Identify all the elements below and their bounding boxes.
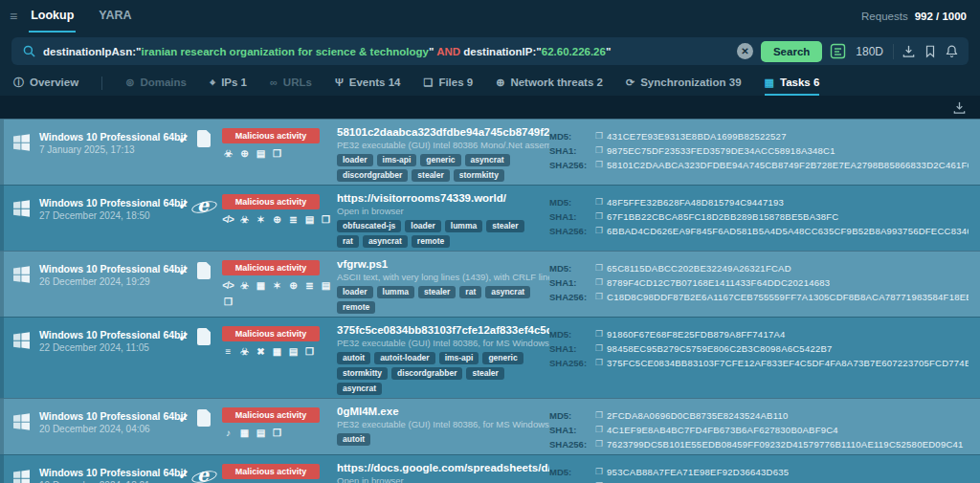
tab-urls: ∞ URLs (270, 71, 312, 96)
sha256-label: SHA256: (549, 290, 591, 304)
copy-icon[interactable]: ❐ (595, 465, 603, 479)
copy-icon[interactable]: ❐ (595, 423, 603, 437)
tag-chip[interactable]: discordgrabber (337, 169, 408, 182)
verdict-badge[interactable]: Malicious activity (222, 260, 320, 275)
tag-chip[interactable]: remote (337, 301, 375, 314)
tag-chip[interactable]: autoit (337, 433, 370, 446)
tag-chip[interactable]: stealer (412, 169, 449, 182)
download-icon[interactable] (902, 44, 916, 58)
tab-tasks[interactable]: ▦ Tasks 6 (765, 71, 820, 96)
tag-chip[interactable]: ims-api (377, 154, 417, 166)
task-subtitle: PE32 executable (GUI) Intel 80386, for M… (337, 338, 549, 348)
tag-chip[interactable]: stormkitty (337, 367, 388, 380)
tag-chip[interactable]: stormkitty (454, 169, 504, 182)
time-range-selector[interactable]: 180D (854, 45, 885, 58)
tab-events[interactable]: Ψ Events 14 (335, 71, 401, 96)
tag-chip[interactable]: autoit-loader (374, 352, 434, 364)
task-row[interactable]: Windows 10 Professional 64bit 22 Decembe… (0, 317, 980, 398)
tab-files[interactable]: ❏ Files 9 (424, 71, 474, 96)
task-row[interactable]: Windows 10 Professional 64bit 27 Decembe… (0, 185, 980, 251)
tag-chip[interactable]: asyncrat (485, 286, 530, 298)
task-row[interactable]: Windows 10 Professional 64bit 7 January … (0, 119, 980, 185)
tag-chip[interactable]: lumma (377, 286, 414, 298)
task-row[interactable]: Windows 10 Professional 64bit 19 Decembe… (0, 454, 980, 483)
tag-chip[interactable]: stealer (466, 367, 503, 380)
tag-chip[interactable]: remote (412, 235, 450, 248)
copy-icon[interactable]: ❐ (595, 437, 603, 451)
requests-label: Requests (861, 11, 908, 22)
tab-network-threats[interactable]: ⊕ Network threats 2 (496, 71, 603, 96)
task-title[interactable]: https://docs.google.com/spreadsheets/d/e… (337, 462, 549, 474)
copy-icon[interactable]: ❐ (595, 341, 603, 356)
tab-lookup[interactable]: Lookup (29, 0, 76, 33)
bell-icon[interactable] (945, 44, 959, 58)
search-input[interactable]: destinationIpAsn:"iranian research organ… (43, 46, 729, 57)
search-bar[interactable]: destinationIpAsn:"iranian research organ… (11, 37, 969, 65)
tag-chip[interactable]: generic (420, 154, 460, 166)
tab-ips[interactable]: ⌖ IPs 1 (210, 71, 247, 96)
tag-chip[interactable]: autoit (337, 352, 370, 364)
menu-icon[interactable]: ≡ (10, 9, 17, 24)
verdict-badge[interactable]: Malicious activity (222, 128, 320, 143)
task-title[interactable]: 0gMl4M.exe (337, 406, 549, 418)
export-download-icon[interactable] (952, 100, 967, 115)
tag-chip[interactable]: obfuscated-js (337, 220, 401, 232)
bookmark-icon[interactable] (924, 44, 937, 58)
copy-icon[interactable]: ❐ (595, 275, 603, 290)
tag-chip[interactable]: asyncrat (465, 154, 510, 166)
copy-icon[interactable]: ❐ (595, 356, 603, 370)
sha256-row: SHA256: ❐ 7623799DC5B101E55EDB08459FF092… (549, 437, 969, 451)
query-editor-icon[interactable] (830, 43, 846, 59)
task-title[interactable]: https://visitorrooms74339.world/ (337, 192, 549, 205)
task-title[interactable]: vfgrw.ps1 (337, 258, 549, 271)
tab-synchronization[interactable]: ⟳ Synchronization 39 (626, 71, 742, 96)
copy-icon[interactable]: ❐ (595, 224, 603, 238)
tag-chip[interactable]: loader (337, 154, 373, 166)
tag-chip[interactable]: discordgrabber (391, 367, 462, 380)
tag-chip[interactable]: rat (337, 235, 359, 248)
tag-chip[interactable]: generic (482, 352, 523, 364)
verdict-badge[interactable]: Malicious activity (222, 326, 320, 341)
copy-icon[interactable]: ❐ (595, 290, 603, 304)
clear-icon[interactable]: ✕ (737, 43, 753, 59)
tab-overview[interactable]: ⓘ Overview (13, 71, 78, 96)
verdict-badge[interactable]: Malicious activity (222, 407, 320, 423)
copy-icon[interactable]: ❐ (595, 143, 603, 158)
task-type-cell: e (197, 189, 222, 214)
spider-icon: ✶ (255, 214, 266, 226)
sha1-label: SHA1: (549, 479, 591, 483)
sha1-label: SHA1: (549, 143, 591, 158)
copy-icon[interactable]: ❐ (595, 129, 603, 143)
copy-icon[interactable]: ❐ (595, 408, 603, 423)
task-row[interactable]: Windows 10 Professional 64bit 26 Decembe… (0, 251, 980, 317)
search-button[interactable]: Search (761, 41, 822, 62)
tag-chip[interactable]: stealer (486, 220, 523, 232)
analysis-feature-icons: ☣⊕▤❐ (222, 148, 337, 160)
task-row[interactable]: Windows 10 Professional 64bit 20 Decembe… (0, 398, 980, 454)
os-label: Windows 10 Professional 64bit (39, 131, 187, 143)
copy-icon[interactable]: ❐ (595, 479, 603, 483)
events-icon: ≣ (287, 214, 299, 226)
copy-icon[interactable]: ❐ (595, 327, 603, 341)
grid-icon: ▦ (271, 346, 282, 358)
verdict-badge[interactable]: Malicious activity (222, 194, 320, 209)
tag-chip[interactable]: loader (405, 220, 441, 232)
copy-icon[interactable]: ❐ (595, 261, 603, 275)
copy-icon[interactable]: ❐ (595, 158, 603, 172)
tag-chip[interactable]: stealer (418, 286, 456, 298)
verdict-badge[interactable]: Malicious activity (222, 464, 320, 479)
tag-chip[interactable]: ims-api (439, 352, 479, 364)
tab-lookup-label: Lookup (31, 9, 74, 22)
tag-chip[interactable]: asyncrat (337, 383, 382, 395)
tab-yara[interactable]: YARA (97, 0, 133, 33)
copy-icon[interactable]: ❐ (595, 209, 603, 224)
copy-icon[interactable]: ❐ (595, 195, 603, 209)
tag-chip[interactable]: lumma (445, 220, 482, 232)
tag-chip[interactable]: asyncrat (363, 235, 408, 248)
task-title[interactable]: 375fc5ce0834bb83103f7cfe12af833ef4c5df4f… (337, 324, 549, 337)
task-title[interactable]: 58101c2daabca323dfdbe94a745cb8749f2b728e… (337, 126, 549, 139)
sha256-row: SHA256: ❐ C18D8C98DDF87B2E6A1167CEB75555… (549, 290, 969, 304)
tag-chip[interactable]: rat (459, 286, 481, 298)
md5-value: 65C8115DABCC202BE32249A26321FCAD (607, 261, 791, 275)
tag-chip[interactable]: loader (337, 286, 373, 298)
